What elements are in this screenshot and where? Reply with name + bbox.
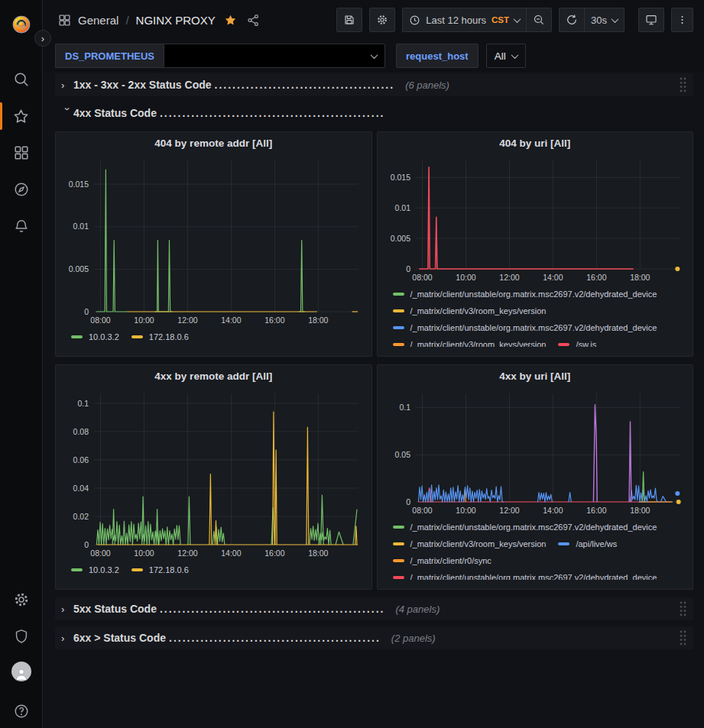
panel-grid: 404 by remote addr [All] 08:0010:0012:00… bbox=[55, 131, 693, 590]
legend-series-label: 172.18.0.6 bbox=[149, 565, 189, 574]
legend-series-dash bbox=[558, 343, 569, 346]
svg-text:08:00: 08:00 bbox=[412, 506, 432, 515]
svg-text:0.02: 0.02 bbox=[73, 512, 89, 521]
legend-item[interactable]: /sw.js bbox=[558, 336, 596, 347]
row-1xx-3xx-2xx[interactable]: › 1xx - 3xx - 2xx Status Code ..........… bbox=[55, 73, 693, 96]
tv-mode-button[interactable] bbox=[638, 8, 664, 32]
svg-text:0.005: 0.005 bbox=[69, 264, 89, 273]
drag-handle-icon[interactable] bbox=[679, 76, 687, 93]
legend-item[interactable]: /_matrix/client/r0/sync bbox=[393, 552, 492, 569]
server-admin-shield-icon[interactable] bbox=[0, 620, 43, 653]
panel-title[interactable]: 404 by uri [All] bbox=[385, 138, 686, 153]
svg-text:14:00: 14:00 bbox=[543, 273, 563, 282]
svg-text:12:00: 12:00 bbox=[499, 273, 519, 282]
panel-title[interactable]: 4xx by uri [All] bbox=[385, 370, 686, 386]
legend-item[interactable]: /_matrix/client/unstable/org.matrix.msc2… bbox=[393, 319, 657, 336]
timeseries-chart[interactable]: 08:0010:0012:0014:0016:0018:0000.050.1 bbox=[385, 387, 686, 519]
variable-request-host: request_host All bbox=[396, 44, 526, 68]
legend-series-dash bbox=[393, 559, 404, 562]
svg-text:0: 0 bbox=[84, 540, 89, 549]
user-avatar[interactable] bbox=[0, 655, 43, 688]
row-panel-count: (4 panels) bbox=[395, 603, 440, 615]
datasource-select[interactable] bbox=[164, 44, 385, 68]
legend-series-dash bbox=[558, 542, 569, 545]
panel-legend: 10.0.3.2172.18.0.6 bbox=[63, 561, 364, 581]
save-dashboard-button[interactable] bbox=[336, 8, 362, 32]
svg-text:0: 0 bbox=[406, 264, 410, 273]
row-title: 4xx Status Code bbox=[73, 107, 157, 119]
timeseries-chart[interactable]: 08:0010:0012:0014:0016:0018:0000.020.040… bbox=[63, 387, 365, 561]
panel-legend: 10.0.3.2172.18.0.6 bbox=[63, 328, 364, 348]
svg-text:12:00: 12:00 bbox=[177, 315, 197, 325]
row-title-dots: ........................................ bbox=[215, 79, 395, 91]
row-title-dots: ........................................… bbox=[169, 632, 381, 644]
favorite-star-icon[interactable] bbox=[222, 14, 238, 27]
svg-text:14:00: 14:00 bbox=[221, 315, 241, 325]
variable-label: DS_PROMETHEUS bbox=[55, 44, 164, 68]
request-host-value: All bbox=[495, 50, 506, 62]
legend-series-label: /_matrix/client/v3/room_keys/version bbox=[410, 340, 547, 347]
svg-text:0.005: 0.005 bbox=[390, 234, 410, 243]
legend-series-label: /_matrix/client/unstable/org.matrix.msc2… bbox=[410, 323, 657, 332]
chevron-down-icon bbox=[511, 51, 518, 59]
legend-series-dash bbox=[71, 335, 83, 338]
svg-text:18:00: 18:00 bbox=[630, 506, 650, 515]
panel-404-by-uri: 404 by uri [All] 08:0010:0012:0014:0016:… bbox=[377, 131, 694, 357]
drag-handle-icon[interactable] bbox=[679, 629, 687, 646]
legend-item[interactable]: 10.0.3.2 bbox=[71, 561, 119, 578]
row-6xx[interactable]: › 6xx > Status Code ....................… bbox=[55, 626, 693, 649]
request-host-select[interactable]: All bbox=[486, 44, 526, 68]
svg-text:0.04: 0.04 bbox=[73, 484, 89, 493]
legend-series-dash bbox=[393, 576, 404, 579]
legend-item[interactable]: /_matrix/client/unstable/org.matrix.msc2… bbox=[393, 286, 657, 303]
apps-grid-icon bbox=[58, 14, 71, 27]
svg-text:0.08: 0.08 bbox=[73, 427, 89, 436]
dashboard-variables-bar: DS_PROMETHEUS request_host All bbox=[43, 40, 704, 72]
starred-dashboards-icon[interactable] bbox=[0, 99, 43, 133]
row-4xx[interactable]: › 4xx Status Code ......................… bbox=[55, 102, 693, 124]
legend-item[interactable]: /api/live/ws bbox=[558, 535, 617, 552]
refresh-interval-label: 30s bbox=[591, 15, 607, 26]
zoom-out-time-button[interactable] bbox=[526, 8, 552, 32]
legend-item[interactable]: 10.0.3.2 bbox=[71, 328, 119, 345]
drag-handle-icon[interactable] bbox=[679, 600, 687, 617]
timeseries-chart[interactable]: 08:0010:0012:0014:0016:0018:0000.0050.01… bbox=[63, 154, 365, 328]
dashboards-icon[interactable] bbox=[0, 136, 43, 170]
refresh-interval-picker[interactable]: 30s bbox=[584, 8, 625, 32]
expand-sidebar-button[interactable]: › bbox=[34, 30, 51, 47]
refresh-button[interactable] bbox=[559, 8, 584, 32]
legend-series-label: 172.18.0.6 bbox=[149, 332, 189, 341]
svg-text:0.015: 0.015 bbox=[69, 180, 89, 189]
timeseries-chart[interactable]: 08:0010:0012:0014:0016:0018:0000.0050.01… bbox=[385, 154, 686, 286]
share-icon[interactable] bbox=[245, 14, 261, 27]
legend-item[interactable]: /_matrix/client/unstable/org.matrix.msc2… bbox=[393, 519, 657, 535]
legend-item[interactable]: /_matrix/client/unstable/org.matrix.msc2… bbox=[393, 569, 657, 580]
search-icon[interactable] bbox=[0, 63, 43, 96]
legend-item[interactable]: /_matrix/client/v3/room_keys/version bbox=[393, 303, 547, 319]
alerting-bell-icon[interactable] bbox=[0, 209, 43, 243]
help-icon[interactable] bbox=[0, 694, 43, 728]
legend-series-dash bbox=[393, 326, 404, 329]
row-5xx[interactable]: › 5xx Status Code ......................… bbox=[55, 597, 693, 620]
legend-series-dash bbox=[393, 542, 404, 545]
legend-item[interactable]: /_matrix/client/v3/room_keys/version bbox=[393, 535, 547, 552]
row-title: 1xx - 3xx - 2xx Status Code bbox=[73, 79, 212, 91]
legend-series-label: /_matrix/client/unstable/org.matrix.msc2… bbox=[410, 290, 657, 299]
svg-text:0: 0 bbox=[406, 497, 410, 506]
legend-item[interactable]: 172.18.0.6 bbox=[131, 561, 189, 578]
breadcrumb-folder[interactable]: General bbox=[78, 14, 118, 27]
svg-text:18:00: 18:00 bbox=[308, 548, 328, 558]
dashboard-settings-button[interactable] bbox=[369, 8, 395, 32]
chevron-right-icon: › bbox=[61, 633, 73, 644]
sidebar bbox=[0, 0, 43, 728]
kebab-menu-button[interactable] bbox=[671, 8, 693, 32]
legend-item[interactable]: /_matrix/client/v3/room_keys/version bbox=[393, 336, 547, 347]
legend-item[interactable]: 172.18.0.6 bbox=[131, 328, 189, 345]
legend-series-label: /sw.js bbox=[576, 340, 596, 347]
settings-gear-icon[interactable] bbox=[0, 583, 43, 616]
panel-title[interactable]: 4xx by remote addr [All] bbox=[63, 370, 364, 386]
time-range-picker[interactable]: Last 12 hours CST bbox=[402, 8, 526, 32]
explore-compass-icon[interactable] bbox=[0, 173, 43, 206]
panel-title[interactable]: 404 by remote addr [All] bbox=[63, 138, 364, 153]
chevron-right-icon: › bbox=[61, 79, 73, 91]
